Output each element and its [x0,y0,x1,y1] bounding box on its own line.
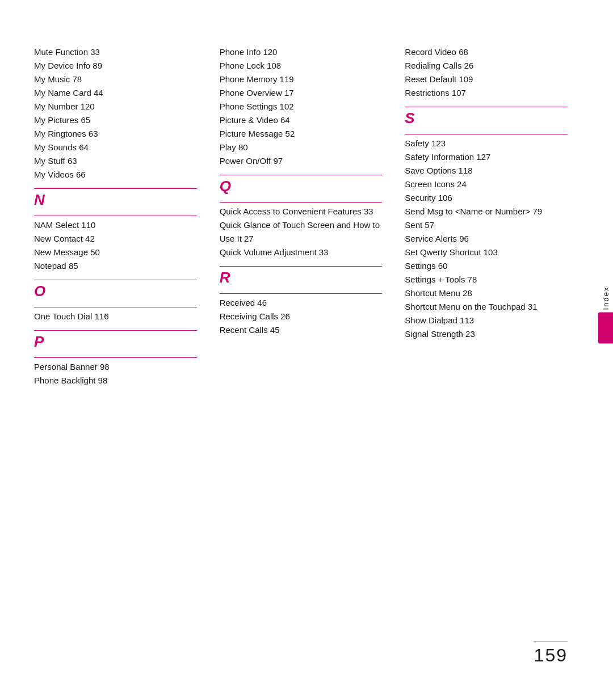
divider-s [405,107,568,107]
entry-phone-lock: Phone Lock 108 [220,59,383,73]
entry-set-qwerty-shortcut: Set Qwerty Shortcut 103 [405,246,568,259]
divider-r-bottom [220,293,383,294]
divider-q [220,175,383,175]
entry-my-name-card: My Name Card 44 [34,86,197,100]
page-number-area: 159 [534,641,568,666]
content-area: Mute Function 33 My Device Info 89 My Mu… [34,45,579,392]
entry-signal-strength: Signal Strength 23 [405,327,568,341]
entry-mute-function: Mute Function 33 [34,45,197,59]
entry-my-videos: My Videos 66 [34,168,197,182]
entry-phone-overview: Phone Overview 17 [220,86,383,100]
o-entries: One Touch Dial 116 [34,310,197,323]
entry-phone-settings: Phone Settings 102 [220,100,383,113]
entry-picture-message: Picture Message 52 [220,127,383,141]
column-3: Record Video 68 Redialing Calls 26 Reset… [393,45,579,392]
m-entries: Mute Function 33 My Device Info 89 My Mu… [34,45,197,182]
divider-s-bottom [405,134,568,134]
entry-recent-calls: Recent Calls 45 [220,323,383,337]
entry-quick-volume: Quick Volume Adjustment 33 [220,246,383,259]
entry-settings: Settings 60 [405,259,568,273]
entry-received: Received 46 [220,296,383,310]
entry-service-alerts: Service Alerts 96 [405,232,568,246]
page-rule [534,641,568,642]
divider-n [34,188,197,189]
letter-s: S [405,109,568,127]
q-entries: Quick Access to Convenient Features 33 Q… [220,205,383,259]
entry-my-stuff: My Stuff 63 [34,154,197,168]
entry-shortcut-menu: Shortcut Menu 28 [405,286,568,300]
entry-sent: Sent 57 [405,218,568,232]
column-2: Phone Info 120 Phone Lock 108 Phone Memo… [208,45,394,392]
entry-new-contact: New Contact 42 [34,232,197,246]
letter-r: R [220,269,383,286]
entry-show-dialpad: Show Dialpad 113 [405,314,568,327]
entry-save-options: Save Options 118 [405,164,568,178]
index-side-label: Index [602,286,610,310]
entry-power-onoff: Power On/Off 97 [220,154,383,168]
entry-phone-memory: Phone Memory 119 [220,73,383,86]
letter-p: P [34,333,197,351]
p-entries: Personal Banner 98 Phone Backlight 98 [34,360,197,387]
entry-personal-banner: Personal Banner 98 [34,360,197,374]
entry-reset-default: Reset Default 109 [405,73,568,86]
divider-r [220,266,383,267]
divider-p [34,330,197,331]
entry-safety-information: Safety Information 127 [405,150,568,164]
entry-receiving-calls: Receiving Calls 26 [220,310,383,323]
entry-play: Play 80 [220,141,383,154]
entry-phone-backlight: Phone Backlight 98 [34,374,197,387]
entry-my-sounds: My Sounds 64 [34,141,197,154]
entry-screen-icons: Screen Icons 24 [405,178,568,191]
r-entries-cont: Record Video 68 Redialing Calls 26 Reset… [405,45,568,100]
entry-picture-video: Picture & Video 64 [220,113,383,127]
s-entries: Safety 123 Safety Information 127 Save O… [405,137,568,341]
entry-my-music: My Music 78 [34,73,197,86]
entry-one-touch-dial: One Touch Dial 116 [34,310,197,323]
letter-q: Q [220,178,383,195]
divider-q-bottom [220,202,383,203]
r-entries: Received 46 Receiving Calls 26 Recent Ca… [220,296,383,337]
entry-my-number: My Number 120 [34,100,197,113]
entry-my-pictures: My Pictures 65 [34,113,197,127]
letter-o: O [34,282,197,300]
page: Mute Function 33 My Device Info 89 My Mu… [0,0,613,700]
entry-new-message: New Message 50 [34,246,197,259]
entry-quick-glance: Quick Glance of Touch Screen and How to … [220,218,383,246]
entry-safety: Safety 123 [405,137,568,150]
entry-my-ringtones: My Ringtones 63 [34,127,197,141]
entry-my-device-info: My Device Info 89 [34,59,197,73]
entry-record-video: Record Video 68 [405,45,568,59]
entry-redialing-calls: Redialing Calls 26 [405,59,568,73]
entry-notepad: Notepad 85 [34,259,197,273]
page-number: 159 [534,645,568,666]
letter-n: N [34,191,197,209]
divider-p-bottom [34,357,197,358]
entry-nam-select: NAM Select 110 [34,218,197,232]
divider-o [34,280,197,280]
entry-phone-info: Phone Info 120 [220,45,383,59]
column-1: Mute Function 33 My Device Info 89 My Mu… [34,45,208,392]
divider-o-bottom [34,307,197,307]
entry-settings-tools: Settings + Tools 78 [405,273,568,286]
n-entries: NAM Select 110 New Contact 42 New Messag… [34,218,197,273]
entry-quick-access: Quick Access to Convenient Features 33 [220,205,383,218]
entry-security: Security 106 [405,191,568,205]
entry-restrictions: Restrictions 107 [405,86,568,100]
entry-shortcut-menu-touchpad: Shortcut Menu on the Touchpad 31 [405,300,568,314]
p-entries-cont: Phone Info 120 Phone Lock 108 Phone Memo… [220,45,383,168]
divider-n-bottom [34,216,197,216]
index-side-tab [598,313,613,344]
entry-send-msg: Send Msg to <Name or Number> 79 [405,205,568,218]
